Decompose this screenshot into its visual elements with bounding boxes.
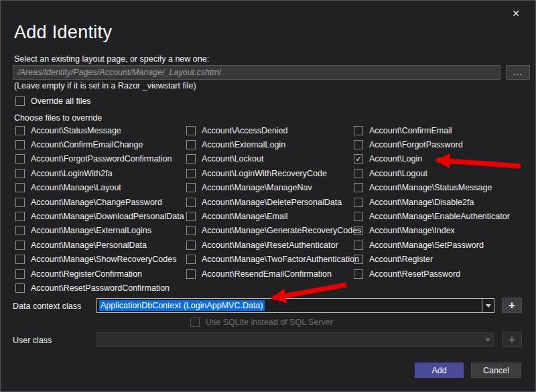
override-all-label: Override all files [31,96,91,106]
checkbox[interactable] [354,183,363,192]
checkbox[interactable] [354,140,363,149]
choose-files-label: Choose files to override [14,113,102,123]
add-user-class-button: + [502,332,522,347]
file-label: Account\Manage\Index [369,226,455,235]
file-override-item[interactable]: Account\Manage\SetPassword [354,238,531,252]
add-data-context-button[interactable]: + [502,298,522,313]
file-label: Account\Manage\GenerateRecoveryCodes [202,226,361,235]
checkbox[interactable] [354,226,363,235]
file-override-item[interactable]: Account\Logout [354,166,531,180]
file-label: Account\Manage\PersonalData [31,241,147,250]
file-label: Account\Manage\ChangePassword [31,198,162,207]
file-override-item[interactable]: Account\ResetPasswordConfirmation [15,281,183,295]
file-override-item[interactable]: Account\Register [354,253,531,267]
checkbox[interactable] [186,269,196,279]
file-override-item[interactable]: Account\ExternalLogin [186,137,354,151]
checkbox[interactable] [15,96,25,106]
file-override-item[interactable]: Account\Manage\Layout [15,181,183,195]
browse-button[interactable]: ... [506,65,530,80]
file-label: Account\Register [369,255,433,264]
file-override-item[interactable]: Account\AccessDenied [186,123,354,137]
checkbox[interactable] [354,212,363,221]
checkbox-disabled [190,318,200,327]
checkbox[interactable] [15,198,25,207]
checkbox[interactable] [186,226,196,235]
checkbox[interactable] [15,226,25,235]
file-override-item[interactable]: Account\Manage\GenerateRecoveryCodes [186,224,354,238]
checkbox[interactable] [186,212,196,221]
file-override-item[interactable]: Account\ResendEmailConfirmation [186,267,354,281]
checkbox[interactable] [15,269,25,279]
user-class-value [99,339,102,340]
data-context-combobox[interactable]: ApplicationDbContext (LoginAppMVC.Data) [96,298,494,313]
file-label: Account\LoginWith2fa [31,169,113,178]
checkbox[interactable] [15,126,25,135]
chevron-down-icon[interactable] [482,299,494,312]
checkbox-checked[interactable]: ✓ [354,154,363,164]
checkbox[interactable] [354,241,363,250]
checkbox[interactable] [15,169,25,178]
file-override-item[interactable]: Account\ForgotPassword [354,137,531,151]
checkbox[interactable] [186,198,196,207]
file-override-item[interactable]: Account\LoginWith2fa [15,166,183,180]
checkbox[interactable] [15,183,25,192]
checkbox[interactable] [354,255,363,264]
checkbox[interactable] [15,241,25,250]
file-override-item[interactable]: Account\Manage\ExternalLogins [15,224,183,238]
checkbox[interactable] [354,269,363,279]
file-override-item[interactable]: Account\Manage\PersonalData [15,238,183,252]
file-label: Account\Manage\DownloadPersonalData [31,212,184,221]
checkbox[interactable] [15,140,25,149]
checkbox[interactable] [15,255,25,264]
checkbox[interactable] [354,169,363,178]
override-all-row[interactable]: Override all files [15,96,91,106]
file-override-item[interactable]: Account\Manage\Index [354,224,531,238]
file-override-item[interactable]: Account\ResetPassword [354,267,531,281]
layout-page-input[interactable] [13,65,500,80]
file-label: Account\Manage\ExternalLogins [31,226,151,235]
checkbox[interactable] [186,126,196,135]
file-label: Account\StatusMessage [31,126,121,135]
checkbox[interactable] [186,154,196,164]
file-override-item[interactable]: Account\Manage\ManageNav [186,181,354,195]
file-override-item[interactable]: Account\Manage\Email [186,209,354,223]
checkbox[interactable] [186,140,196,149]
file-label: Account\Manage\ResetAuthenticator [202,241,338,250]
file-override-item[interactable]: Account\Manage\ShowRecoveryCodes [15,253,183,267]
checkbox[interactable] [186,183,196,192]
file-override-item[interactable]: Account\Manage\ChangePassword [15,195,183,209]
file-override-item[interactable]: Account\StatusMessage [15,123,183,137]
file-label: Account\ResendEmailConfirmation [202,269,332,279]
file-override-item[interactable]: Account\Manage\Disable2fa [354,195,531,209]
file-override-item[interactable]: Account\Manage\StatusMessage [354,181,531,195]
add-button[interactable]: Add [415,363,464,378]
checkbox[interactable] [186,255,196,264]
close-icon[interactable]: ✕ [509,6,523,21]
file-override-item[interactable]: Account\Manage\ResetAuthenticator [186,238,354,252]
file-override-item[interactable]: Account\Manage\DeletePersonalData [186,195,354,209]
file-override-item[interactable]: Account\ConfirmEmailChange [15,137,183,151]
file-override-item[interactable]: Account\ForgotPasswordConfirmation [15,152,183,166]
checkbox[interactable] [186,241,196,250]
checkbox[interactable] [15,283,25,293]
file-label: Account\ConfirmEmailChange [31,140,143,149]
checkbox[interactable] [354,198,363,207]
file-override-item[interactable]: Account\RegisterConfirmation [15,267,183,281]
file-override-item[interactable]: ✓Account\Login [354,152,531,166]
sqlite-label: Use SQLite instead of SQL Server [206,318,333,327]
file-override-item[interactable]: Account\Manage\EnableAuthenticator [354,209,531,223]
user-class-label: User class [13,336,52,345]
checkbox[interactable] [354,126,363,135]
file-override-item[interactable]: Account\ConfirmEmail [354,123,531,137]
file-override-item[interactable]: Account\Manage\TwoFactorAuthentication [186,253,354,267]
file-label: Account\ConfirmEmail [369,126,452,135]
cancel-button[interactable]: Cancel [471,363,521,378]
file-override-item[interactable]: Account\Lockout [186,152,354,166]
file-override-item[interactable]: Account\LoginWithRecoveryCode [186,166,354,180]
checkbox[interactable] [15,212,25,221]
checkbox[interactable] [15,154,25,164]
file-override-item[interactable]: Account\Manage\DownloadPersonalData [15,209,183,223]
file-label: Account\Manage\Email [202,212,288,221]
checkbox[interactable] [186,169,196,178]
data-context-label: Data context class [13,302,81,311]
